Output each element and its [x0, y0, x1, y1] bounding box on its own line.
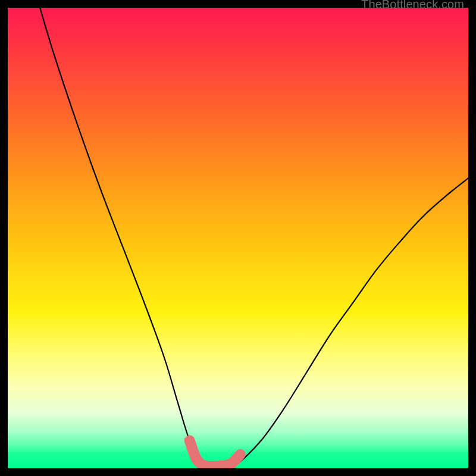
gradient-background [8, 8, 468, 468]
chart-frame [8, 8, 468, 468]
